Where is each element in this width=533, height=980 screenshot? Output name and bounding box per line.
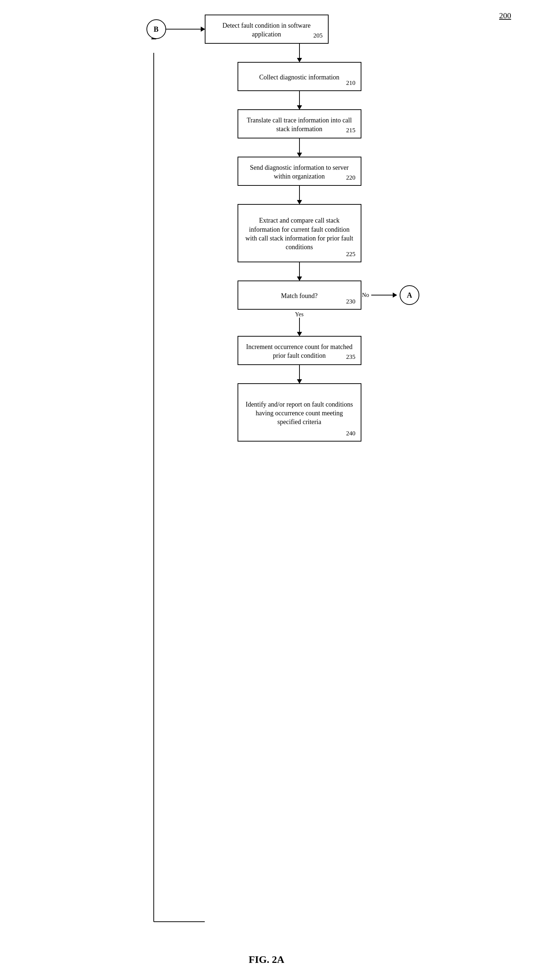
box-215: Translate call trace information into ca…: [237, 109, 361, 138]
box-230-step: 230: [346, 298, 356, 306]
box-215-wrapper: Translate call trace information into ca…: [237, 109, 361, 138]
box-240: Identify and/or report on fault conditio…: [237, 383, 361, 442]
box-210: Collect diagnostic information 210: [237, 62, 361, 91]
box-215-step: 215: [346, 126, 356, 135]
box-240-step: 240: [346, 430, 356, 438]
box-240-wrapper: Identify and/or report on fault conditio…: [237, 383, 361, 442]
arrow-2: [299, 91, 300, 109]
start-row: B Detect fault condition in software app…: [139, 14, 394, 44]
box-235-wrapper: Increment occurrence count for matched p…: [237, 336, 361, 365]
ref-number: 200: [499, 11, 511, 21]
no-branch: No A: [362, 285, 420, 305]
page: 200 B: [0, 0, 533, 980]
box-235: Increment occurrence count for matched p…: [237, 336, 361, 365]
b-circle: B: [146, 19, 166, 39]
no-label: No: [362, 292, 369, 298]
box-220-text: Send diagnostic information to server wi…: [245, 163, 354, 181]
box-225-text: Extract and compare call stack informati…: [245, 216, 354, 251]
arrow-4: [299, 186, 300, 204]
box-240-text: Identify and/or report on fault conditio…: [245, 400, 354, 426]
diagram-container: B Detect fault condition in software app…: [139, 14, 394, 485]
yes-label: Yes: [295, 311, 304, 318]
box-215-text: Translate call trace information into ca…: [245, 116, 354, 134]
box-235-step: 235: [346, 353, 356, 361]
box-230-row: Match found? 230 No A: [237, 280, 361, 310]
no-arrow: [371, 295, 397, 296]
box-235-text: Increment occurrence count for matched p…: [245, 342, 354, 360]
box-220: Send diagnostic information to server wi…: [237, 157, 361, 186]
box-225-step: 225: [346, 250, 356, 259]
box-205-step: 205: [313, 32, 323, 40]
box-220-wrapper: Send diagnostic information to server wi…: [237, 157, 361, 186]
arrow-1: [299, 44, 300, 62]
yes-connector: Yes: [295, 310, 304, 336]
b-circle-wrapper: B: [146, 19, 166, 39]
arrow-7: [299, 365, 300, 383]
box-210-step: 210: [346, 79, 356, 88]
a-circle-wrapper: A: [400, 285, 419, 305]
box-210-text: Collect diagnostic information: [259, 73, 340, 82]
box-230: Match found? 230: [237, 280, 361, 310]
box-230-text: Match found?: [281, 291, 317, 300]
box-225: Extract and compare call stack informati…: [237, 204, 361, 262]
box-220-step: 220: [346, 174, 356, 182]
arrow-3: [299, 138, 300, 157]
box-205: Detect fault condition in software appli…: [205, 14, 329, 44]
box-205-wrapper: Detect fault condition in software appli…: [205, 14, 329, 44]
box-210-wrapper: Collect diagnostic information 210: [237, 62, 361, 91]
arrow-5: [299, 262, 300, 280]
box-205-text: Detect fault condition in software appli…: [212, 21, 321, 39]
b-to-205-arrow: [166, 29, 205, 30]
a-circle: A: [400, 285, 419, 305]
box-225-wrapper: Extract and compare call stack informati…: [237, 204, 361, 262]
fig-label: FIG. 2A: [249, 954, 285, 966]
